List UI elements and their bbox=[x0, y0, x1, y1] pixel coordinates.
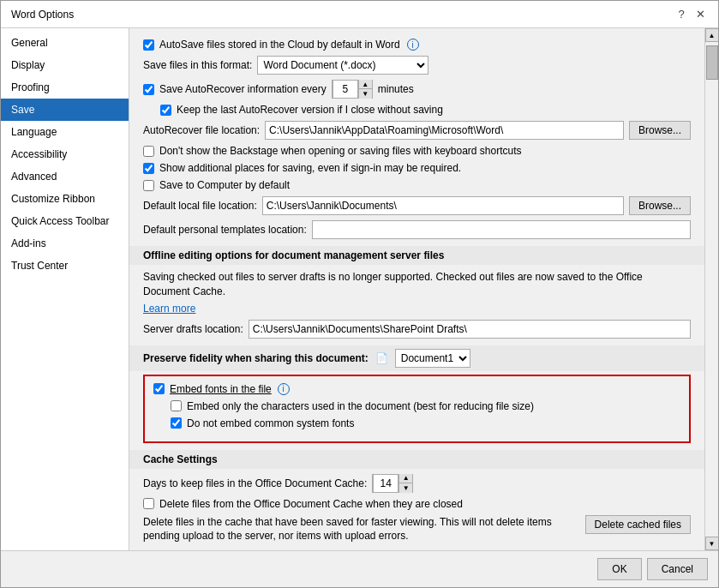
embed-chars-checkbox[interactable] bbox=[171, 400, 182, 411]
sidebar-item-save[interactable]: Save bbox=[1, 99, 129, 121]
scroll-down-arrow[interactable]: ▼ bbox=[705, 537, 719, 550]
no-common-row: Do not embed common system fonts bbox=[171, 417, 680, 429]
ok-button[interactable]: OK bbox=[597, 558, 641, 580]
dialog-content: General Display Proofing Save Language A… bbox=[1, 28, 718, 550]
cache-info-text: Delete files in the cache that have been… bbox=[143, 515, 577, 544]
dialog-title: Word Options bbox=[11, 9, 74, 21]
server-drafts-row: Server drafts location: bbox=[143, 320, 691, 339]
sidebar-item-advanced[interactable]: Advanced bbox=[1, 165, 129, 188]
save-computer-label: Save to Computer by default bbox=[159, 179, 290, 191]
sidebar-item-accessibility[interactable]: Accessibility bbox=[1, 143, 129, 165]
offline-info-text: Saving checked out files to server draft… bbox=[143, 270, 691, 299]
default-personal-row: Default personal templates location: bbox=[143, 220, 691, 239]
delete-cache-checkbox[interactable] bbox=[143, 498, 154, 509]
title-bar-controls: ? ✕ bbox=[674, 7, 708, 22]
dont-show-row: Don't show the Backstage when opening or… bbox=[143, 145, 691, 157]
save-format-select[interactable]: Word Document (*.docx) bbox=[257, 56, 428, 75]
autorecover-label: Save AutoRecover information every bbox=[159, 83, 327, 95]
main-content: AutoSave files stored in the Cloud by de… bbox=[129, 28, 704, 550]
default-personal-input[interactable] bbox=[312, 220, 691, 239]
show-places-checkbox[interactable] bbox=[143, 163, 154, 174]
sidebar-item-quick-access[interactable]: Quick Access Toolbar bbox=[1, 210, 129, 232]
sidebar: General Display Proofing Save Language A… bbox=[1, 28, 129, 550]
default-local-row: Default local file location: Browse... bbox=[143, 196, 691, 215]
browse1-button[interactable]: Browse... bbox=[629, 121, 691, 140]
autorecover-location-row: AutoRecover file location: Browse... bbox=[143, 121, 691, 140]
autosave-row: AutoSave files stored in the Cloud by de… bbox=[143, 39, 691, 51]
sidebar-item-language[interactable]: Language bbox=[1, 121, 129, 143]
default-local-label: Default local file location: bbox=[143, 200, 257, 212]
sidebar-item-general[interactable]: General bbox=[1, 32, 129, 54]
embed-fonts-checkbox[interactable] bbox=[153, 383, 165, 394]
dont-show-checkbox[interactable] bbox=[143, 146, 154, 157]
default-local-input[interactable] bbox=[262, 196, 624, 215]
sidebar-item-display[interactable]: Display bbox=[1, 54, 129, 76]
dialog-footer: OK Cancel bbox=[1, 550, 718, 587]
save-computer-checkbox[interactable] bbox=[143, 180, 154, 191]
cache-days-input[interactable] bbox=[373, 474, 398, 493]
browse2-button[interactable]: Browse... bbox=[629, 196, 691, 215]
server-drafts-input[interactable] bbox=[249, 320, 691, 339]
offline-section-header: Offline editing options for document man… bbox=[129, 246, 704, 265]
embed-fonts-label: Embed fonts in the file i bbox=[170, 383, 290, 395]
learn-more-link[interactable]: Learn more bbox=[143, 303, 195, 315]
cache-spinner-up[interactable]: ▲ bbox=[398, 474, 412, 483]
no-common-checkbox[interactable] bbox=[171, 417, 182, 429]
cache-spinner-down[interactable]: ▼ bbox=[398, 483, 412, 493]
preserve-doc-select[interactable]: Document1 bbox=[395, 349, 470, 368]
sidebar-item-proofing[interactable]: Proofing bbox=[1, 76, 129, 99]
embed-chars-row: Embed only the characters used in the do… bbox=[171, 400, 680, 412]
autorecover-row: Save AutoRecover information every ▲ ▼ m… bbox=[143, 80, 691, 99]
autorecover-checkbox[interactable] bbox=[143, 84, 154, 95]
autorecover-minutes-input[interactable] bbox=[333, 80, 358, 99]
cache-days-row: Days to keep files in the Office Documen… bbox=[143, 474, 691, 493]
autosave-info-icon[interactable]: i bbox=[407, 39, 419, 51]
spinner-down-btn[interactable]: ▼ bbox=[358, 89, 372, 99]
scroll-thumb[interactable] bbox=[706, 45, 718, 80]
close-button[interactable]: ✕ bbox=[692, 7, 708, 22]
embed-fonts-info-icon[interactable]: i bbox=[278, 383, 290, 395]
delete-cache-row: Delete files from the Office Document Ca… bbox=[143, 498, 691, 510]
autosave-label: AutoSave files stored in the Cloud by de… bbox=[159, 39, 400, 51]
keep-last-label: Keep the last AutoRecover version if I c… bbox=[177, 104, 443, 116]
cache-days-spinner: ▲ ▼ bbox=[372, 474, 413, 493]
spinner-up-btn[interactable]: ▲ bbox=[358, 80, 372, 89]
server-drafts-label: Server drafts location: bbox=[143, 323, 243, 335]
save-computer-row: Save to Computer by default bbox=[143, 179, 691, 191]
save-format-label: Save files in this format: bbox=[143, 59, 252, 71]
title-bar: Word Options ? ✕ bbox=[1, 1, 718, 28]
preserve-section-header: Preserve fidelity when sharing this docu… bbox=[143, 352, 368, 364]
sidebar-item-customize-ribbon[interactable]: Customize Ribbon bbox=[1, 188, 129, 210]
embed-section: Embed fonts in the file i Embed only the… bbox=[143, 375, 691, 443]
save-format-row: Save files in this format: Word Document… bbox=[143, 56, 691, 75]
word-options-dialog: Word Options ? ✕ General Display Proofin… bbox=[0, 0, 719, 588]
embed-chars-label: Embed only the characters used in the do… bbox=[187, 400, 534, 412]
help-button[interactable]: ? bbox=[674, 7, 689, 22]
cache-section-header: Cache Settings bbox=[129, 450, 704, 469]
cache-days-label: Days to keep files in the Office Documen… bbox=[143, 477, 367, 489]
default-personal-label: Default personal templates location: bbox=[143, 224, 307, 236]
delete-cache-label: Delete files from the Office Document Ca… bbox=[159, 498, 463, 510]
keep-last-row: Keep the last AutoRecover version if I c… bbox=[160, 104, 691, 116]
dont-show-label: Don't show the Backstage when opening or… bbox=[159, 145, 522, 157]
scrollbar: ▲ ▼ bbox=[704, 28, 718, 550]
show-places-row: Show additional places for saving, even … bbox=[143, 162, 691, 174]
autorecover-unit: minutes bbox=[378, 83, 414, 95]
sidebar-item-trust-center[interactable]: Trust Center bbox=[1, 255, 129, 277]
no-common-label: Do not embed common system fonts bbox=[187, 417, 354, 429]
autorecover-spinner: ▲ ▼ bbox=[332, 80, 373, 99]
preserve-doc-icon: 📄 bbox=[375, 352, 388, 364]
sidebar-item-add-ins[interactable]: Add-ins bbox=[1, 232, 129, 255]
cache-spinner-arrows: ▲ ▼ bbox=[398, 474, 412, 493]
show-places-label: Show additional places for saving, even … bbox=[159, 162, 461, 174]
cancel-button[interactable]: Cancel bbox=[647, 558, 708, 580]
scroll-up-arrow[interactable]: ▲ bbox=[705, 28, 719, 42]
embed-fonts-row: Embed fonts in the file i bbox=[153, 383, 680, 395]
autosave-checkbox[interactable] bbox=[143, 39, 154, 51]
autorecover-location-input[interactable] bbox=[265, 121, 624, 140]
spinner-arrows: ▲ ▼ bbox=[358, 80, 372, 99]
delete-cached-button[interactable]: Delete cached files bbox=[585, 515, 691, 534]
keep-last-checkbox[interactable] bbox=[160, 105, 171, 116]
cache-info-row: Delete files in the cache that have been… bbox=[143, 515, 691, 548]
autorecover-location-label: AutoRecover file location: bbox=[143, 124, 260, 136]
